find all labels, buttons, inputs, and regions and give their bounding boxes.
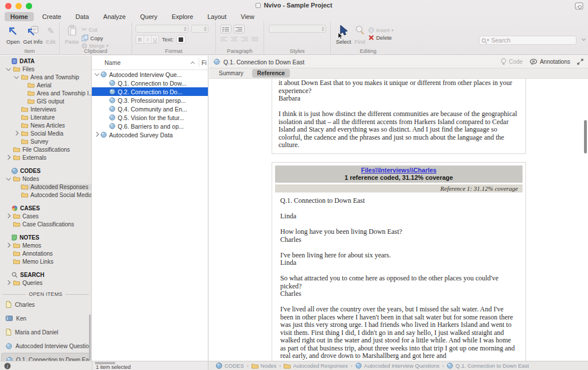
annotations-button[interactable]: Annotations — [529, 59, 570, 65]
numbered-list-button[interactable] — [220, 25, 231, 33]
chevron-right-icon[interactable] — [6, 155, 11, 160]
sidebar-item-annotations[interactable]: Annotations — [0, 249, 91, 257]
sidebar-item-externals[interactable]: Externals — [0, 153, 91, 161]
ribbon-tab-create[interactable]: Create — [37, 12, 67, 21]
ribbon-tab-layout[interactable]: Layout — [202, 12, 232, 21]
sidebar-item-interviews[interactable]: Interviews — [0, 105, 91, 113]
ribbon-tab-view[interactable]: View — [235, 12, 260, 21]
sidebar-item-aerial[interactable]: Aerial — [0, 81, 91, 89]
align-left-icon[interactable] — [220, 37, 227, 42]
chevron-right-icon[interactable] — [95, 132, 100, 137]
info-icon[interactable]: i — [4, 363, 11, 369]
breadcrumb-item-nodes[interactable]: Nodes — [252, 363, 276, 369]
sidebar-item-label: Social Media — [30, 130, 63, 137]
open-item-autocoded-interview-questions[interactable]: Autocoded Interview Questions — [1, 339, 90, 353]
sidebar-item-area-and-township[interactable]: Area and Township — [0, 73, 91, 81]
edit-button[interactable]: ✎ Edit — [46, 24, 55, 45]
breadcrumb-item-q-1-connection-to-down-east[interactable]: Q.1. Connection to Down East — [447, 363, 529, 369]
global-search-field[interactable]: ▾ — [479, 36, 577, 45]
get-info-button[interactable]: Get Info — [23, 24, 42, 45]
find-button[interactable]: Find — [354, 24, 365, 45]
ribbon-collapse-chevron-icon[interactable] — [582, 37, 585, 41]
sidebar-item-autocoded-social-media[interactable]: Autocoded Social Media — [0, 191, 91, 199]
font-family-select[interactable] — [136, 25, 188, 33]
document-scrollbar-thumb[interactable] — [584, 120, 587, 153]
list-row-q-6-barriers-to-and-op[interactable]: Q.6. Barriers to and op... — [92, 122, 208, 130]
sidebar-item-survey[interactable]: Survey — [0, 137, 91, 145]
ribbon-tab-data[interactable]: Data — [70, 12, 95, 21]
italic-button[interactable]: I — [144, 36, 151, 43]
bold-button[interactable]: B — [136, 36, 144, 43]
sidebar-item-memos[interactable]: Memos — [0, 241, 91, 249]
open-items-header[interactable]: OPEN ITEMS — [0, 291, 91, 298]
sidebar-item-queries[interactable]: Queries — [0, 279, 91, 287]
sidebar-item-case-classifications[interactable]: Case Classifications — [0, 220, 91, 228]
list-row-autocoded-interview-que[interactable]: Autocoded Interview Que... — [92, 70, 208, 79]
chevron-down-icon[interactable] — [95, 72, 100, 77]
sidebar-item-autocoded-responses[interactable]: Autocoded Responses — [0, 183, 91, 191]
sidebar-item-gis-output[interactable]: GIS output — [0, 97, 91, 105]
chevron-right-icon[interactable] — [6, 280, 11, 286]
chevron-right-icon[interactable] — [6, 243, 11, 248]
sidebar-item-files[interactable]: Files — [0, 65, 91, 73]
chevron-right-icon[interactable] — [14, 131, 20, 136]
breadcrumb-item-autocoded-interview-questions[interactable]: Autocoded Interview Questions — [355, 363, 440, 369]
column-header-files[interactable]: Fi — [202, 59, 207, 66]
align-justify-icon[interactable] — [252, 37, 258, 42]
select-button[interactable]: Select — [336, 24, 351, 45]
screen-capture-icon[interactable] — [575, 2, 583, 9]
sidebar-item-memo-links[interactable]: Memo Links — [0, 257, 91, 265]
list-row-q-1-connection-to-dow[interactable]: Q.1. Connection to Dow... — [92, 79, 208, 87]
font-size-select[interactable] — [191, 25, 208, 33]
list-row-q-5-vision-for-the-futur[interactable]: Q.5. Vision for the futur... — [92, 113, 208, 122]
list-row-q-3-professional-persp[interactable]: Q.3. Professional persp... — [92, 96, 208, 105]
breadcrumb-item-autocoded-responses[interactable]: Autocoded Responses — [284, 363, 348, 369]
code-button[interactable]: Code — [501, 58, 523, 65]
styles-select[interactable] — [269, 25, 326, 33]
delete-button[interactable]: Delete — [368, 34, 393, 41]
breadcrumb-item-codes[interactable]: CODES — [216, 363, 244, 369]
column-header-name[interactable]: Name — [105, 59, 121, 66]
ribbon-tab-home[interactable]: Home — [5, 12, 34, 21]
chevron-down-icon[interactable] — [6, 67, 11, 72]
open-item-q-1-connection-to-down-east[interactable]: Q.1. Connection to Down East — [1, 353, 90, 361]
list-row-q-4-community-and-en[interactable]: Q.4. Community and En... — [92, 105, 208, 113]
sidebar-item-nodes[interactable]: Nodes — [0, 175, 91, 183]
source-link[interactable]: Files\\Interviews\\Charles — [275, 167, 523, 174]
open-item-ken[interactable]: Ken — [1, 311, 90, 325]
search-input[interactable] — [490, 36, 559, 44]
indent-list-button[interactable] — [234, 25, 245, 33]
ribbon-tab-query[interactable]: Query — [134, 12, 163, 21]
align-right-icon[interactable] — [241, 37, 248, 42]
ribbon-tab-analyze[interactable]: Analyze — [98, 12, 131, 21]
align-center-icon[interactable] — [231, 37, 238, 42]
sidebar-item-file-classifications[interactable]: File Classifications — [0, 145, 91, 153]
open-button[interactable]: Open — [6, 24, 20, 45]
open-item-maria-and-daniel[interactable]: Maria and Daniel — [1, 325, 90, 339]
cut-button[interactable]: ✂ Cut — [82, 26, 108, 33]
chevron-down-icon[interactable] — [6, 176, 11, 182]
sidebar-item-cases[interactable]: Cases — [0, 212, 91, 220]
paste-button[interactable]: Paste — [65, 24, 79, 45]
sidebar-item-literature[interactable]: Literature — [0, 113, 91, 121]
copy-button[interactable]: Copy — [82, 34, 108, 41]
text-color-button[interactable] — [176, 36, 185, 44]
sidebar-scrollbar-thumb[interactable] — [89, 314, 91, 360]
underline-button[interactable]: U — [151, 36, 158, 43]
tab-reference[interactable]: Reference — [252, 69, 290, 78]
ribbon-tab-explore[interactable]: Explore — [166, 12, 199, 21]
sort-ascending-icon[interactable] — [191, 61, 195, 65]
insert-button[interactable]: Insert ▾ — [368, 27, 393, 33]
tab-summary[interactable]: Summary — [214, 69, 249, 78]
sidebar-item-news-articles[interactable]: News Articles — [0, 121, 91, 129]
breadcrumb-separator: › — [442, 363, 444, 369]
list-row-autocoded-survey-data[interactable]: Autocoded Survey Data — [92, 130, 208, 139]
sidebar-item-area-and-township-i[interactable]: Area and Township I... — [0, 89, 91, 97]
list-row-q-2-connection-to-do[interactable]: Q.2. Connection to Do... — [92, 87, 208, 96]
column-divider[interactable] — [199, 58, 199, 67]
chevron-down-icon[interactable] — [14, 75, 20, 80]
chevron-right-icon[interactable] — [6, 214, 11, 219]
expand-panel-icon[interactable] — [577, 59, 583, 65]
open-item-charles[interactable]: Charles — [1, 298, 90, 311]
sidebar-item-social-media[interactable]: Social Media — [0, 129, 91, 137]
